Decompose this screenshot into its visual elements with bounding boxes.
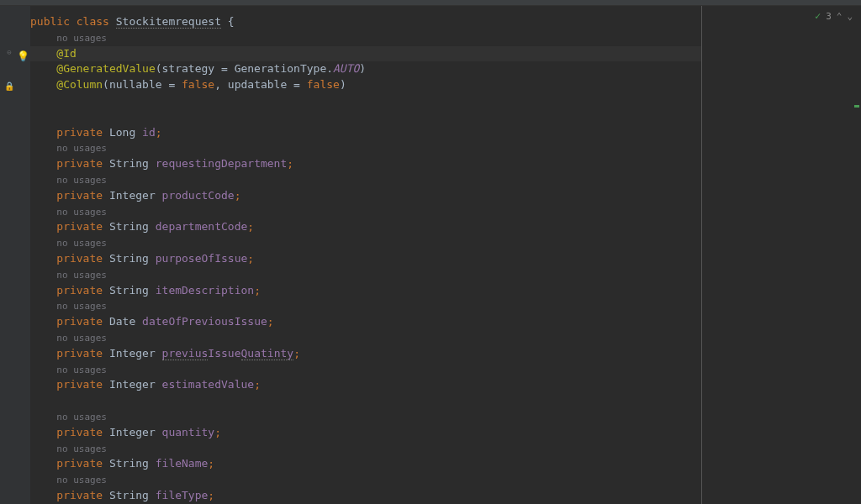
code-line[interactable]: private Integer quantity;	[30, 425, 701, 441]
code-line[interactable]: private String purposeOfIssue;	[30, 251, 701, 267]
code-line[interactable]: no usages	[30, 140, 701, 156]
chevron-down-icon[interactable]: ⌄	[847, 11, 853, 22]
fold-icon[interactable]: ⊖	[3, 48, 15, 60]
code-line[interactable]: no usages	[30, 330, 701, 346]
bulb-icon[interactable]: 💡	[17, 50, 29, 62]
code-line[interactable]	[30, 393, 701, 409]
right-split-panel	[701, 6, 861, 504]
code-line[interactable]: no usages	[30, 362, 701, 378]
scroll-marker[interactable]	[854, 105, 859, 108]
code-editor[interactable]: public class Stockitemrequest { no usage…	[30, 6, 701, 504]
code-line[interactable]: private Integer productCode;	[30, 188, 701, 204]
code-line[interactable]: private String fileType;	[30, 488, 701, 504]
code-line[interactable]: private String departmentCode;	[30, 219, 701, 235]
code-line[interactable]: private Integer previusIssueQuatinty;	[30, 346, 701, 362]
code-line[interactable]: @Id	[30, 46, 701, 62]
code-line[interactable]: private String itemDescription;	[30, 283, 701, 299]
code-line[interactable]: private String requestingDepartment;	[30, 156, 701, 172]
code-line[interactable]: no usages	[30, 472, 701, 488]
chevron-up-icon[interactable]: ⌃	[837, 11, 843, 22]
code-line[interactable]: private String fileName;	[30, 456, 701, 472]
editor-tab-bar	[0, 0, 861, 6]
code-line[interactable]: private Integer estimatedValue;	[30, 377, 701, 393]
code-line[interactable]: private Long id;	[30, 125, 701, 141]
code-line[interactable]: @GeneratedValue(strategy = GenerationTyp…	[30, 61, 701, 77]
code-line[interactable]: no usages	[30, 409, 701, 425]
code-line[interactable]: no usages	[30, 30, 701, 46]
code-line[interactable]: no usages	[30, 298, 701, 314]
code-line[interactable]	[30, 93, 701, 109]
code-line[interactable]	[30, 109, 701, 125]
check-icon: ✓	[815, 10, 821, 22]
inspection-status[interactable]: ✓ 3 ⌃ ⌄	[815, 10, 853, 22]
gutter[interactable]: ⊖ 💡 🔒	[0, 6, 30, 504]
code-line[interactable]: no usages	[30, 267, 701, 283]
editor-container: ⊖ 💡 🔒 public class Stockitemrequest { no…	[0, 6, 861, 504]
code-line[interactable]: @Column(nullable = false, updatable = fa…	[30, 77, 701, 93]
lock-icon: 🔒	[3, 81, 15, 93]
code-line[interactable]: no usages	[30, 204, 701, 220]
code-line[interactable]: no usages	[30, 441, 701, 457]
code-line[interactable]: public class Stockitemrequest {	[30, 14, 701, 30]
code-line[interactable]: private Date dateOfPreviousIssue;	[30, 314, 701, 330]
code-line[interactable]: no usages	[30, 235, 701, 251]
code-line[interactable]: no usages	[30, 172, 701, 188]
inspection-count: 3	[826, 11, 832, 22]
